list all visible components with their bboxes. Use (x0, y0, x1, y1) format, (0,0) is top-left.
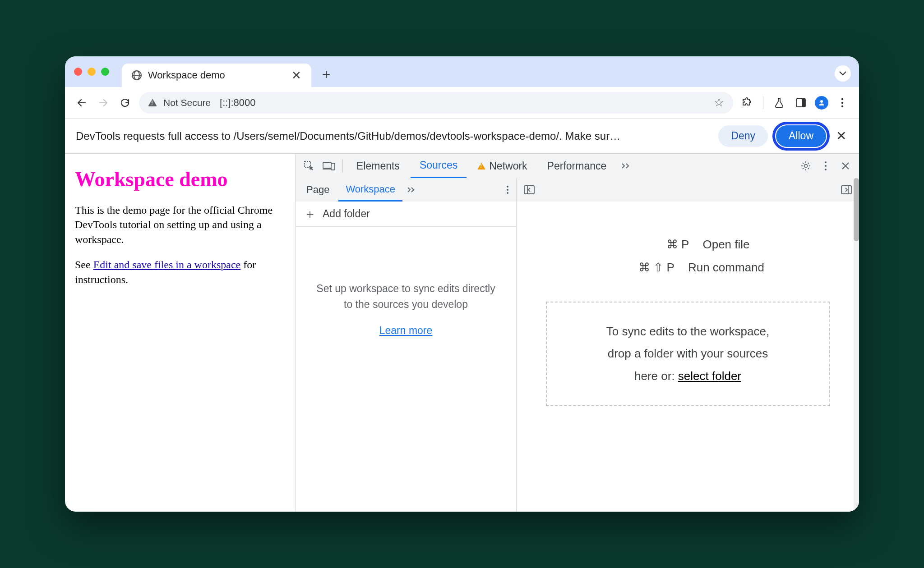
toolbar: Not Secure [::]:8000 ☆ (65, 87, 859, 119)
chevrons-right-icon (407, 187, 416, 193)
nav-more-tabs-button[interactable] (407, 187, 416, 193)
tab-performance[interactable]: Performance (538, 154, 616, 178)
permission-message: DevTools requests full access to /Users/… (76, 130, 710, 142)
scrollbar-thumb[interactable] (854, 178, 859, 241)
svg-rect-16 (841, 186, 851, 194)
svg-point-11 (825, 169, 827, 170)
svg-point-3 (841, 101, 843, 103)
side-panel-button[interactable] (793, 95, 808, 110)
page-paragraph-1: This is the demo page for the official C… (75, 203, 287, 247)
svg-point-8 (804, 165, 808, 168)
puzzle-icon (742, 97, 753, 108)
nav-kebab-button[interactable] (503, 185, 513, 194)
dots-vertical-icon (824, 161, 827, 171)
titlebar: Workspace demo ✕ ＋ (65, 56, 859, 87)
shortcut-label: Run command (688, 261, 764, 275)
browser-tab[interactable]: Workspace demo ✕ (122, 64, 311, 87)
permission-bar: DevTools requests full access to /Users/… (65, 119, 859, 154)
panel-icon (795, 98, 806, 108)
new-tab-button[interactable]: ＋ (319, 65, 333, 83)
editor-pane: ⌘ P Open file ⌘ ⇧ P Run command To sync … (517, 178, 859, 512)
inspect-element-button[interactable] (300, 157, 318, 175)
devtools-close-button[interactable] (836, 157, 855, 175)
tab-network[interactable]: Network (468, 154, 536, 178)
tab-close-button[interactable]: ✕ (291, 69, 301, 82)
address-bar[interactable]: Not Secure [::]:8000 ☆ (139, 92, 733, 114)
main-area: Workspace demo This is the demo page for… (65, 154, 859, 512)
add-folder-button[interactable]: ＋ Add folder (296, 202, 516, 227)
svg-point-4 (841, 105, 843, 107)
close-icon (841, 162, 850, 170)
svg-rect-15 (524, 186, 534, 194)
permission-deny-button[interactable]: Deny (718, 125, 768, 147)
reload-button[interactable] (117, 95, 133, 110)
back-button[interactable] (74, 95, 89, 110)
permission-close-button[interactable]: ✕ (834, 128, 848, 143)
dropzone-line-1: To sync edits to the workspace, (560, 321, 816, 343)
warning-icon (477, 163, 485, 169)
devices-icon (323, 161, 335, 171)
shortcut-run-command: ⌘ ⇧ P Run command (611, 261, 764, 275)
globe-icon (132, 70, 142, 80)
devtools-tabstrip: Elements Sources Network Performance (296, 154, 859, 178)
minimize-window-button[interactable] (88, 68, 96, 76)
workspace-tutorial-link[interactable]: Edit and save files in a workspace (93, 259, 241, 270)
labs-button[interactable] (772, 95, 787, 110)
profile-button[interactable] (815, 96, 828, 110)
flask-icon (774, 97, 784, 108)
svg-point-9 (825, 161, 827, 163)
show-debugger-button[interactable] (838, 182, 855, 198)
svg-point-2 (841, 98, 843, 100)
add-folder-label: Add folder (323, 208, 370, 220)
warning-icon (148, 99, 157, 106)
select-folder-link[interactable]: select folder (678, 369, 741, 383)
permission-allow-button[interactable]: Allow (776, 125, 826, 147)
url-text: [::]:8000 (220, 97, 256, 109)
window-controls (74, 68, 109, 76)
chevrons-right-icon (621, 163, 631, 169)
editor-toolbar (517, 178, 859, 202)
inspect-icon (304, 160, 314, 171)
svg-rect-6 (323, 162, 331, 168)
workspace-dropzone[interactable]: To sync edits to the workspace, drop a f… (546, 302, 830, 406)
show-navigator-button[interactable] (521, 182, 537, 198)
page-content: Workspace demo This is the demo page for… (65, 154, 295, 512)
devtools-menu-button[interactable] (817, 157, 835, 175)
bookmark-star-button[interactable]: ☆ (714, 96, 724, 110)
more-tabs-button[interactable] (617, 157, 635, 175)
tab-title: Workspace demo (148, 69, 225, 81)
fullscreen-window-button[interactable] (101, 68, 109, 76)
shortcut-keys: ⌘ P (626, 238, 689, 252)
devtools-settings-button[interactable] (797, 157, 815, 175)
tab-elements[interactable]: Elements (347, 154, 409, 178)
tablist-dropdown-button[interactable] (835, 65, 851, 82)
separator (342, 159, 343, 173)
shortcut-keys: ⌘ ⇧ P (611, 261, 675, 275)
browser-window: Workspace demo ✕ ＋ Not Secure [::]:8000 … (65, 56, 859, 512)
svg-rect-7 (331, 163, 335, 170)
kebab-menu-button[interactable] (835, 95, 850, 110)
navigator-pane: Page Workspace ＋ Add folder (296, 178, 517, 512)
person-icon (818, 99, 826, 107)
extensions-button[interactable] (739, 95, 755, 110)
p2-prefix: See (75, 259, 93, 270)
dropzone-line-2: drop a folder with your sources (560, 343, 816, 365)
forward-button[interactable] (96, 95, 111, 110)
separator (763, 96, 763, 109)
device-toolbar-button[interactable] (320, 157, 338, 175)
close-window-button[interactable] (74, 68, 82, 76)
reload-icon (120, 97, 130, 108)
svg-point-14 (507, 192, 508, 194)
page-paragraph-2: See Edit and save files in a workspace f… (75, 257, 287, 287)
arrow-left-icon (76, 97, 87, 108)
nav-tab-page[interactable]: Page (299, 178, 337, 202)
plus-icon: ＋ (304, 206, 316, 223)
arrow-right-icon (98, 97, 109, 108)
learn-more-link[interactable]: Learn more (379, 325, 433, 337)
workspace-help-text: Set up workspace to sync edits directly … (314, 281, 498, 312)
tab-sources[interactable]: Sources (411, 154, 467, 178)
dots-vertical-icon (841, 97, 844, 108)
svg-rect-1 (802, 99, 805, 107)
vertical-scrollbar[interactable] (854, 178, 859, 512)
nav-tab-workspace[interactable]: Workspace (338, 178, 402, 202)
